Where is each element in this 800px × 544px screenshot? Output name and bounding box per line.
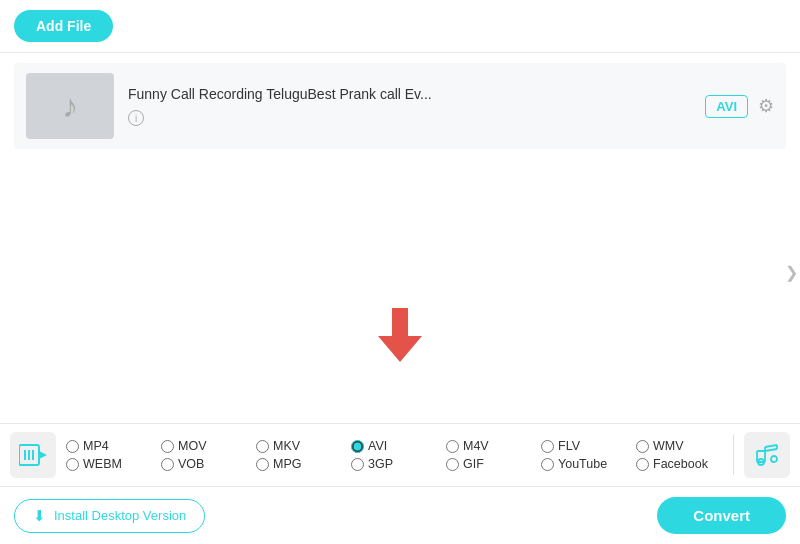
file-thumbnail: ♪ [26, 73, 114, 139]
file-actions: AVI ⚙ [705, 95, 774, 118]
format-option-mov[interactable]: MOV [161, 439, 254, 453]
format-option-gif[interactable]: GIF [446, 457, 539, 471]
format-option-mkv[interactable]: MKV [256, 439, 349, 453]
top-bar: Add File [0, 0, 800, 53]
format-option-avi[interactable]: AVI [351, 439, 444, 453]
formats-grid: MP4 MOV MKV AVI M4V FLV WMV WEBM [66, 439, 729, 471]
install-label: Install Desktop Version [54, 508, 186, 523]
video-panel-icon[interactable] [10, 432, 56, 478]
format-option-facebook[interactable]: Facebook [636, 457, 729, 471]
add-file-button[interactable]: Add File [14, 10, 113, 42]
svg-line-12 [765, 449, 777, 451]
sidebar-toggle[interactable]: ❯ [782, 0, 800, 544]
format-option-m4v[interactable]: M4V [446, 439, 539, 453]
info-icon[interactable]: i [128, 110, 144, 126]
format-option-3gp[interactable]: 3GP [351, 457, 444, 471]
install-desktop-button[interactable]: ⬇ Install Desktop Version [14, 499, 205, 533]
panel-divider [733, 435, 734, 475]
file-name: Funny Call Recording TeluguBest Prank ca… [128, 86, 705, 102]
format-option-vob[interactable]: VOB [161, 457, 254, 471]
drop-area [0, 248, 800, 423]
settings-icon[interactable]: ⚙ [758, 95, 774, 117]
convert-button[interactable]: Convert [657, 497, 786, 534]
format-badge[interactable]: AVI [705, 95, 748, 118]
svg-line-9 [765, 445, 777, 447]
format-option-wmv[interactable]: WMV [636, 439, 729, 453]
bottom-bar: ⬇ Install Desktop Version Convert [0, 486, 800, 544]
file-list: ♪ Funny Call Recording TeluguBest Prank … [0, 53, 800, 248]
svg-point-11 [771, 456, 777, 462]
download-icon: ⬇ [33, 507, 46, 525]
svg-marker-5 [39, 451, 47, 459]
format-option-youtube[interactable]: YouTube [541, 457, 634, 471]
format-panel: MP4 MOV MKV AVI M4V FLV WMV WEBM [0, 424, 800, 486]
format-option-mp4[interactable]: MP4 [66, 439, 159, 453]
file-info: Funny Call Recording TeluguBest Prank ca… [128, 86, 705, 127]
down-arrow-icon [375, 308, 425, 363]
svg-marker-0 [378, 308, 422, 362]
format-panel-section: MP4 MOV MKV AVI M4V FLV WMV WEBM [0, 423, 800, 486]
format-option-webm[interactable]: WEBM [66, 457, 159, 471]
format-option-flv[interactable]: FLV [541, 439, 634, 453]
music-icon: ♪ [62, 88, 78, 125]
format-option-mpg[interactable]: MPG [256, 457, 349, 471]
file-item: ♪ Funny Call Recording TeluguBest Prank … [14, 63, 786, 149]
